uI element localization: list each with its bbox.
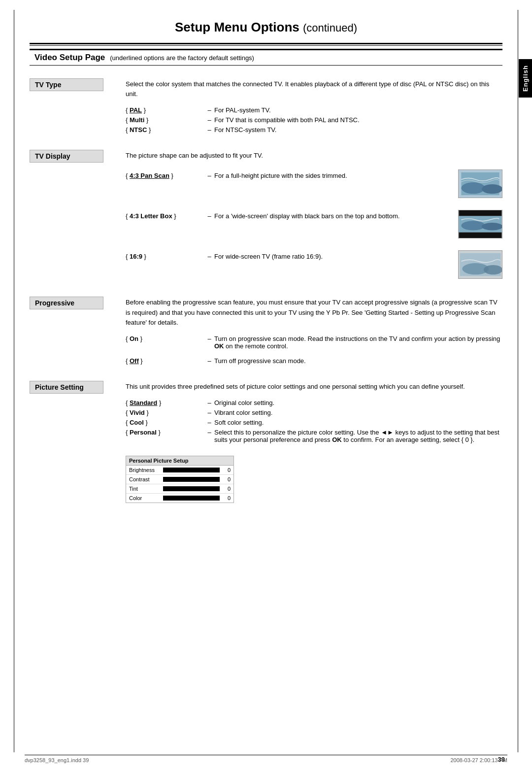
tv-type-desc-pal: For PAL-system TV. <box>214 106 502 114</box>
page-border-left <box>14 10 14 752</box>
color-value: 0 <box>222 495 231 501</box>
tv-type-desc-multi: For TV that is compatible with both PAL … <box>214 116 502 124</box>
svg-point-2 <box>461 183 485 194</box>
brightness-bar <box>163 468 220 472</box>
svg-rect-5 <box>459 210 502 216</box>
tv-type-option-ntsc: { NTSC } – For NTSC-system TV. <box>126 126 502 134</box>
tv-type-description: Select the color system that matches the… <box>126 79 502 99</box>
personal-picture-tint-row: Tint 0 <box>126 484 233 494</box>
video-setup-header: Video Setup Page (underlined options are… <box>30 49 502 66</box>
picture-setting-desc-vivid: Vibrant color setting. <box>214 409 502 416</box>
tv-type-row: TV Type Select the color system that mat… <box>30 74 502 146</box>
contrast-label: Contrast <box>129 476 161 482</box>
video-setup-subtitle: (underlined options are the factory defa… <box>110 54 254 62</box>
svg-point-13 <box>484 265 502 274</box>
tv-display-option-letter-box: { 4:3 Letter Box } – For a 'wide-screen'… <box>126 210 502 238</box>
progressive-desc-off: Turn off progressive scan mode. <box>214 357 502 365</box>
picture-setting-key-vivid: { Vivid } <box>126 409 204 416</box>
tv-type-option-multi: { Multi } – For TV that is compatible wi… <box>126 116 502 124</box>
personal-picture-brightness-row: Brightness 0 <box>126 466 233 475</box>
tint-bar <box>163 486 220 491</box>
picture-setting-option-vivid: { Vivid } – Vibrant color setting. <box>126 409 502 416</box>
brightness-value: 0 <box>222 467 231 473</box>
footer-left: dvp3258_93_eng1.indd 39 <box>25 757 89 763</box>
contrast-value: 0 <box>222 476 231 482</box>
svg-point-9 <box>482 223 502 231</box>
picture-setting-desc-standard: Original color setting. <box>214 399 502 406</box>
picture-setting-option-personal: { Personal } – Select this to personaliz… <box>126 429 502 443</box>
tint-label: Tint <box>129 486 161 492</box>
tv-type-key-pal: { PAL } <box>126 106 204 114</box>
tv-display-option-16-9: { 16:9 } – For wide-screen TV (frame rat… <box>126 250 502 279</box>
footer-right: 2008-03-27 2:00:13 PM <box>450 757 507 763</box>
tv-type-key-ntsc: { NTSC } <box>126 126 204 134</box>
page-border-right <box>518 10 518 752</box>
progressive-desc-on: Turn on progressive scan mode. Read the … <box>214 335 502 350</box>
content-table: TV Type Select the color system that mat… <box>30 74 502 513</box>
progressive-key-on: { On } <box>126 335 204 342</box>
svg-rect-6 <box>459 233 502 238</box>
tv-type-option-pal: { PAL } – For PAL-system TV. <box>126 106 502 114</box>
contrast-bar <box>163 477 220 482</box>
picture-setting-key-standard: { Standard } <box>126 399 204 406</box>
svg-point-3 <box>482 184 502 194</box>
progressive-option-off: { Off } – Turn off progressive scan mode… <box>126 357 502 365</box>
tv-display-image-16-9 <box>458 250 502 279</box>
picture-setting-option-standard: { Standard } – Original color setting. <box>126 399 502 406</box>
personal-picture-box-title: Personal Picture Setup <box>126 456 233 466</box>
tv-type-label: TV Type <box>30 78 103 91</box>
picture-setting-option-cool: { Cool } – Soft color setting. <box>126 419 502 426</box>
picture-setting-label: Picture Setting <box>30 381 103 394</box>
personal-picture-color-row: Color 0 <box>126 494 233 503</box>
progressive-row: Progressive Before enabling the progress… <box>30 293 502 376</box>
tint-value: 0 <box>222 486 231 492</box>
picture-setting-key-personal: { Personal } <box>126 429 204 436</box>
picture-setting-key-cool: { Cool } <box>126 419 204 426</box>
language-tab: English <box>519 59 532 98</box>
progressive-option-on: { On } – Turn on progressive scan mode. … <box>126 335 502 350</box>
tv-display-key-pan-scan: { 4:3 Pan Scan } <box>126 172 204 179</box>
progressive-label: Progressive <box>30 297 103 309</box>
page-footer: dvp3258_93_eng1.indd 39 2008-03-27 2:00:… <box>25 755 507 763</box>
progressive-description: Before enabling the progressive scan fea… <box>126 298 502 327</box>
tv-type-key-multi: { Multi } <box>126 116 204 124</box>
tv-display-key-letter-box: { 4:3 Letter Box } <box>126 212 204 220</box>
page-title: Setup Menu Options (continued) <box>30 20 502 35</box>
picture-setting-desc-cool: Soft color setting. <box>214 419 502 426</box>
video-setup-title: Video Setup Page <box>34 53 105 63</box>
page-container: English Setup Menu Options (continued) V… <box>0 0 532 772</box>
tv-display-key-16-9: { 16:9 } <box>126 253 204 260</box>
tv-display-image-letter-box <box>458 210 502 238</box>
tv-display-label: TV Display <box>30 150 103 163</box>
tv-display-option-pan-scan: { 4:3 Pan Scan } – For a full-height pic… <box>126 169 502 198</box>
progressive-key-off: { Off } <box>126 357 204 365</box>
personal-picture-box: Personal Picture Setup Brightness 0 Cont… <box>126 456 234 503</box>
personal-picture-contrast-row: Contrast 0 <box>126 475 233 484</box>
picture-setting-desc-personal: Select this to personalize the picture c… <box>214 429 502 443</box>
picture-setting-row: Picture Setting This unit provides three… <box>30 377 502 513</box>
tv-display-desc-letter-box: For a 'wide-screen' display with black b… <box>214 212 454 220</box>
color-bar <box>163 496 220 501</box>
tv-display-image-pan-scan <box>458 169 502 198</box>
tv-display-row: TV Display The picture shape can be adju… <box>30 146 502 293</box>
tv-display-description: The picture shape can be adjusted to fit… <box>126 151 502 161</box>
color-label: Color <box>129 495 161 501</box>
svg-point-8 <box>461 221 485 231</box>
brightness-label: Brightness <box>129 467 161 473</box>
picture-setting-description: This unit provides three predefined sets… <box>126 382 502 392</box>
tv-display-desc-16-9: For wide-screen TV (frame ratio 16:9). <box>214 253 454 260</box>
tv-display-desc-pan-scan: For a full-height picture with the sides… <box>214 172 454 179</box>
tv-type-desc-ntsc: For NTSC-system TV. <box>214 126 502 134</box>
